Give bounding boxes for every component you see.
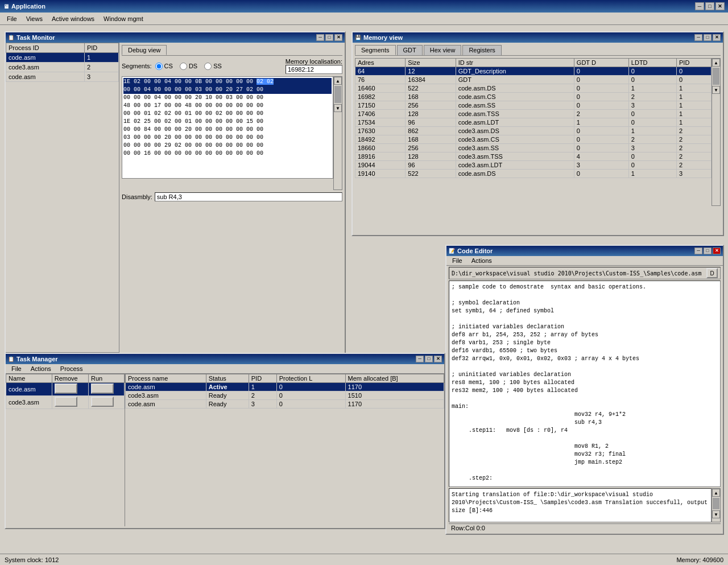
remove-btn[interactable]	[55, 383, 77, 394]
process-name-cell: code.asm	[6, 53, 85, 63]
segment-row[interactable]: 19044 96 code3.asm.LDT 3 0 2	[355, 161, 712, 170]
task-manager-minimize[interactable]: ─	[416, 356, 424, 362]
memory-view-icon: 💾	[355, 35, 361, 40]
task-manager-window: 📋 Task Manager ─ □ ✕ File Actions Proces…	[5, 353, 445, 529]
hex-row: 00 00 00 00 29 02 00 00 00 00 00 00 00 0…	[123, 142, 332, 150]
hex-scroll-down[interactable]: ▼	[334, 104, 342, 112]
hex-scroll-thumb[interactable]	[334, 86, 341, 103]
hex-row: 00 00 00 04 00 00 00 20 10 00 03 00 00 0…	[123, 94, 332, 102]
radio-ds[interactable]	[180, 63, 187, 70]
menu-file[interactable]: File	[2, 14, 22, 23]
radio-cs-label[interactable]: CS	[155, 63, 173, 70]
segment-row[interactable]: 16982 168 code.asm.CS 0 2 1	[355, 93, 712, 101]
code-editor-menu-actions[interactable]: Actions	[467, 257, 497, 265]
code-editor-maximize[interactable]: □	[704, 248, 712, 254]
mem-loc-input[interactable]: 16982:12	[286, 65, 342, 74]
task-manager-titlebar: 📋 Task Manager ─ □ ✕	[6, 354, 444, 364]
tm-table-row[interactable]: code.asm Active 1 0 1170	[126, 383, 444, 391]
hex-row-highlighted: 1E 02 00 00 04 00 00 0B 00 00 00 00 00 0…	[123, 78, 332, 86]
radio-ss-label[interactable]: SS	[204, 63, 222, 70]
tm-col-protection: Protection L	[276, 374, 345, 383]
segments-table-scroll[interactable]: Adres Size ID str GDT D LDTD PID 64 12 G…	[355, 58, 712, 206]
segment-row[interactable]: 19140 522 code.asm.DS 0 1 3	[355, 170, 712, 178]
seg-scroll-thumb[interactable]	[713, 68, 719, 85]
hex-row-highlighted2: 00 00 04 00 00 00 00 03 00 00 20 27 02 0…	[123, 86, 332, 94]
tab-registers[interactable]: Registers	[462, 45, 501, 55]
seg-scroll-up[interactable]: ▲	[712, 59, 720, 67]
tm-table-row[interactable]: code3.asm Ready 2 0 1510	[126, 391, 444, 400]
hex-row: 1E 02 25 00 02 00 01 00 00 00 00 00 15 0…	[123, 118, 332, 126]
task-manager-maximize[interactable]: □	[425, 356, 433, 362]
tm-list-row[interactable]: code3.asm	[6, 396, 125, 409]
app-maximize-button[interactable]: □	[705, 2, 714, 10]
code-editor-statusbar: Row:Col 0:0	[449, 523, 721, 532]
memory-view-close[interactable]: ✕	[713, 34, 721, 41]
output-log-scrollbar[interactable]: ▲ ▼	[712, 488, 721, 522]
code-editor-menu-file[interactable]: File	[448, 257, 467, 265]
app-statusbar: System clock: 1012 Memory: 409600	[0, 554, 728, 565]
segment-row[interactable]: 16460 522 code.asm.DS 0 1 1	[355, 84, 712, 93]
process-list-row[interactable]: code3.asm2	[6, 63, 119, 72]
segment-row[interactable]: 17150 256 code.asm.SS 0 3 1	[355, 101, 712, 110]
menu-active-windows[interactable]: Active windows	[47, 14, 99, 23]
segment-row[interactable]: 64 12 GDT_Description 0 0 0	[355, 67, 712, 76]
tm-menu-process[interactable]: Process	[56, 365, 88, 373]
process-list-row[interactable]: code.asm3	[6, 72, 119, 82]
task-monitor-minimize[interactable]: ─	[316, 34, 324, 41]
segment-row[interactable]: 17406 128 code.asm.TSS 2 0 1	[355, 110, 712, 118]
remove-btn[interactable]	[55, 397, 77, 407]
menu-window-mgmt[interactable]: Window mgmt	[99, 14, 148, 23]
radio-ds-label[interactable]: DS	[180, 63, 197, 70]
code-editor-area[interactable]: ; sample code to demostrate syntax and b…	[449, 281, 721, 487]
memory-view-title: Memory view	[363, 34, 693, 41]
app-minimize-button[interactable]: ─	[695, 2, 704, 10]
log-scroll-thumb[interactable]	[713, 498, 719, 509]
tab-hex-view[interactable]: Hex view	[424, 45, 462, 55]
tm-menu-actions[interactable]: Actions	[26, 365, 56, 373]
process-list-row[interactable]: code.asm1	[6, 53, 119, 63]
process-pid-cell: 2	[84, 63, 118, 72]
code-editor-close[interactable]: ✕	[713, 248, 721, 254]
run-btn[interactable]	[91, 383, 114, 394]
tm-col-mem: Mem allocated [B]	[345, 374, 444, 383]
hex-highlight-span: 02 02	[257, 79, 274, 85]
hex-scrollbar[interactable]: ▲ ▼	[333, 76, 342, 190]
tab-segments[interactable]: Segments	[355, 45, 396, 55]
col-adres: Adres	[355, 59, 406, 67]
code-editor-menu: File Actions	[446, 256, 723, 266]
task-manager-close[interactable]: ✕	[434, 356, 442, 362]
row-col-status: Row:Col 0:0	[451, 525, 485, 531]
task-manager-icon: 📋	[8, 356, 14, 362]
segment-row[interactable]: 18916 128 code3.asm.TSS 4 0 2	[355, 152, 712, 161]
tab-debug-view[interactable]: Debug view	[122, 45, 167, 55]
segments-scrollbar[interactable]: ▲ ▼	[712, 58, 721, 206]
tm-table-row[interactable]: code.asm Ready 3 0 1170	[126, 400, 444, 409]
tm-menu-file[interactable]: File	[7, 365, 26, 373]
tm-col-process-name: Process name	[126, 374, 206, 383]
tab-gdt[interactable]: GDT	[397, 45, 423, 55]
tm-list-row[interactable]: code.asm	[6, 383, 125, 396]
menu-views[interactable]: Views	[22, 14, 47, 23]
app-close-button[interactable]: ✕	[715, 2, 725, 10]
app-menubar: File Views Active windows Window mgmt	[0, 13, 728, 25]
log-scroll-up[interactable]: ▲	[712, 489, 720, 497]
log-scroll-down[interactable]: ▼	[712, 510, 720, 518]
code-editor-minimize[interactable]: ─	[694, 248, 702, 254]
path-btn[interactable]: D	[706, 268, 718, 278]
segment-row[interactable]: 76 16384 GDT 0 0 0	[355, 76, 712, 84]
radio-cs[interactable]	[155, 63, 163, 70]
run-btn[interactable]	[91, 397, 114, 407]
segment-row[interactable]: 18492 168 code3.asm.CS 0 2 2	[355, 135, 712, 144]
segment-row[interactable]: 17630 862 code3.asm.DS 0 1 2	[355, 127, 712, 135]
segment-row[interactable]: 17534 96 code.asm.LDT 1 0 1	[355, 118, 712, 127]
radio-ss[interactable]	[204, 63, 212, 70]
process-name-cell: code3.asm	[6, 63, 85, 72]
segment-row[interactable]: 18660 256 code3.asm.SS 0 3 2	[355, 144, 712, 152]
memory-view-maximize[interactable]: □	[704, 34, 712, 41]
task-monitor-close[interactable]: ✕	[334, 34, 342, 41]
task-monitor-maximize[interactable]: □	[325, 34, 333, 41]
hex-scroll-up[interactable]: ▲	[334, 77, 342, 85]
seg-scroll-down[interactable]: ▼	[712, 86, 720, 94]
disasm-input[interactable]: sub R4,3	[155, 192, 342, 201]
memory-view-minimize[interactable]: ─	[694, 34, 702, 41]
